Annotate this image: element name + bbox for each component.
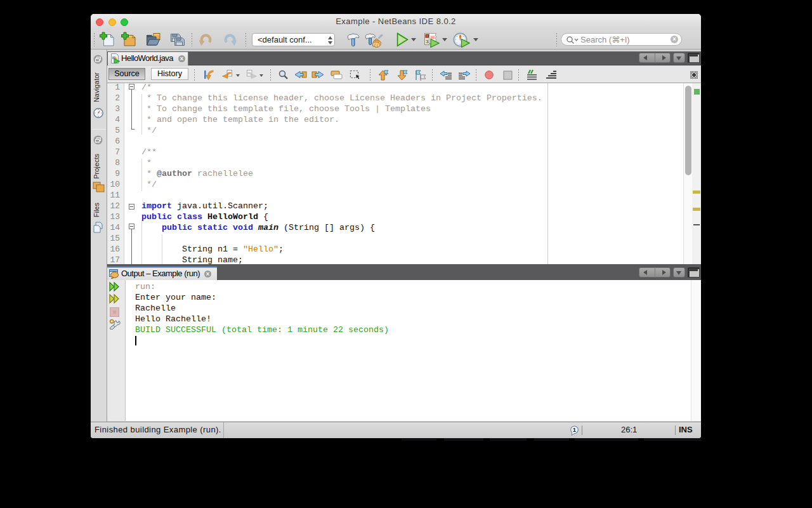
svg-text:3: 3 xyxy=(426,39,429,44)
svg-text:1: 1 xyxy=(573,426,577,433)
